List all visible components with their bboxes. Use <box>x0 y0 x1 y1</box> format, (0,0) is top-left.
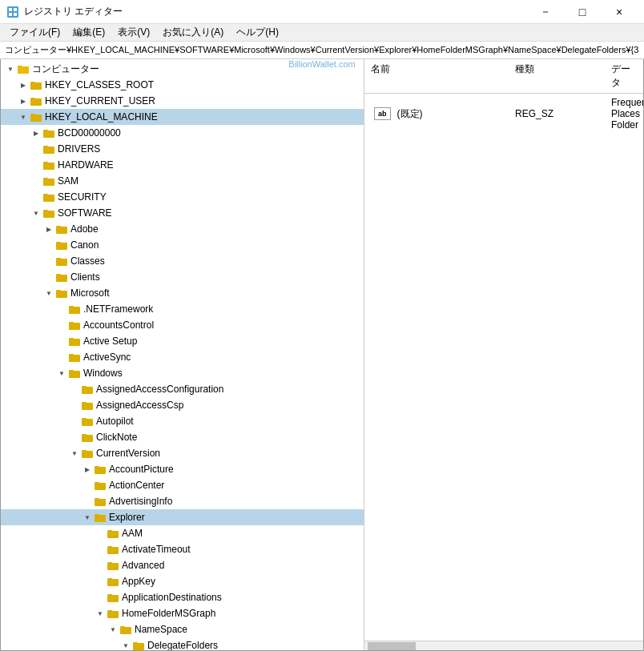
label-activesync: ActiveSync <box>83 352 131 363</box>
expand-hkcu[interactable] <box>17 94 30 107</box>
tree-item-clients[interactable]: Clients <box>1 269 364 285</box>
tree-item-clicknote[interactable]: ClickNote <box>1 429 364 445</box>
svg-rect-13 <box>30 114 35 115</box>
tree-item-hklm[interactable]: HKEY_LOCAL_MACHINE <box>1 109 364 125</box>
tree-item-canon[interactable]: Canon <box>1 237 364 253</box>
tree-item-applicationdestinations[interactable]: ApplicationDestinations <box>1 589 364 605</box>
menu-help[interactable]: ヘルプ(H) <box>230 24 285 41</box>
svg-rect-73 <box>107 594 112 596</box>
tree-item-microsoft[interactable]: Microsoft <box>1 285 364 301</box>
tree-item-netframework[interactable]: .NETFramework <box>1 301 364 317</box>
svg-rect-30 <box>56 259 67 266</box>
svg-rect-34 <box>56 291 67 298</box>
menu-view[interactable]: 表示(V) <box>111 24 156 41</box>
tree-item-hkcu[interactable]: HKEY_CURRENT_USER <box>1 93 364 109</box>
svg-rect-55 <box>82 450 87 452</box>
tree-item-autopilot[interactable]: Autopilot <box>1 413 364 429</box>
svg-rect-77 <box>120 626 125 628</box>
svg-rect-24 <box>43 211 54 218</box>
window-title: レジストリ エディター <box>24 5 527 18</box>
label-netframework: .NETFramework <box>83 303 153 315</box>
expand-microsoft[interactable] <box>42 287 55 299</box>
app-icon <box>6 6 19 18</box>
label-aacsp: AssignedAccessCsp <box>96 400 183 411</box>
svg-rect-68 <box>107 563 119 570</box>
svg-rect-52 <box>82 435 93 442</box>
expand-adobe[interactable] <box>42 223 55 235</box>
label-aam: AAM <box>122 528 143 539</box>
tree-item-activesync[interactable]: ActiveSync <box>1 349 364 365</box>
folder-icon-clicknote <box>81 432 94 443</box>
svg-rect-64 <box>107 531 119 538</box>
expand-explorer[interactable] <box>81 511 94 524</box>
registry-row-default[interactable]: ab (既定) REG_SZ Frequent Places Folder <box>364 94 643 134</box>
tree-item-namespace[interactable]: NameSpace <box>1 621 364 637</box>
tree-item-computer[interactable]: コンピューター <box>1 61 364 77</box>
reg-ab-icon: ab <box>374 107 391 120</box>
expand-hkcr[interactable] <box>17 78 30 91</box>
tree-item-appkey[interactable]: AppKey <box>1 573 364 589</box>
expand-hklm[interactable] <box>17 111 30 123</box>
expand-software[interactable] <box>30 207 42 219</box>
tree-item-actioncenter[interactable]: ActionCenter <box>1 477 364 493</box>
expand-accountpicture[interactable] <box>81 463 94 476</box>
svg-rect-15 <box>43 130 48 131</box>
label-namespace: NameSpace <box>135 624 187 635</box>
tree-item-bcd[interactable]: BCD00000000 <box>1 125 364 141</box>
tree-item-accountpicture[interactable]: AccountPicture <box>1 461 364 477</box>
tree-item-drivers[interactable]: DRIVERS <box>1 141 364 157</box>
expand-currentversion[interactable] <box>68 447 81 460</box>
tree-panel[interactable]: コンピューター HKEY_CLASSES_ROOT HKEY_CURRENT_U… <box>1 59 364 650</box>
address-bar: コンピューター¥HKEY_LOCAL_MACHINE¥SOFTWARE¥Micr… <box>0 42 644 59</box>
tree-item-hkcr[interactable]: HKEY_CLASSES_ROOT <box>1 77 364 93</box>
tree-item-accountscontrol[interactable]: AccountsControl <box>1 317 364 333</box>
svg-rect-76 <box>120 627 131 634</box>
close-button[interactable]: × <box>601 0 638 24</box>
tree-item-advertisinginfo[interactable]: AdvertisingInfo <box>1 493 364 509</box>
tree-item-activesetup[interactable]: Active Setup <box>1 333 364 349</box>
tree-item-adobe[interactable]: Adobe <box>1 221 364 237</box>
scrollbar-thumb[interactable] <box>368 642 416 650</box>
svg-rect-62 <box>95 515 106 522</box>
expand-windows[interactable] <box>55 367 68 380</box>
svg-rect-23 <box>43 194 48 195</box>
tree-item-homefoldermsrgraph[interactable]: HomeFolderMSGraph <box>1 605 364 621</box>
label-explorer: Explorer <box>109 512 145 523</box>
svg-rect-79 <box>133 642 138 644</box>
folder-icon-advertisinginfo <box>94 496 107 507</box>
tree-item-software[interactable]: SOFTWARE <box>1 205 364 221</box>
svg-rect-31 <box>56 258 61 259</box>
tree-item-hardware[interactable]: HARDWARE <box>1 157 364 173</box>
minimize-button[interactable]: － <box>527 0 564 24</box>
svg-rect-41 <box>69 338 74 340</box>
menu-edit[interactable]: 編集(E) <box>66 24 111 41</box>
tree-item-activatetimeout[interactable]: ActivateTimeout <box>1 541 364 557</box>
expand-namespace[interactable] <box>107 623 119 636</box>
folder-icon-hkcr <box>30 79 42 90</box>
expand-homefoldermsrgraph[interactable] <box>94 607 107 620</box>
tree-item-assignedaccesscsp[interactable]: AssignedAccessCsp <box>1 397 364 413</box>
tree-item-windows[interactable]: Windows <box>1 365 364 381</box>
svg-rect-40 <box>69 339 80 346</box>
svg-rect-11 <box>30 98 35 99</box>
tree-item-aam[interactable]: AAM <box>1 525 364 541</box>
tree-item-currentversion[interactable]: CurrentVersion <box>1 445 364 461</box>
folder-icon-classes <box>55 255 68 267</box>
horizontal-scrollbar[interactable] <box>364 641 643 650</box>
label-currentversion: CurrentVersion <box>96 448 160 459</box>
tree-item-classes[interactable]: Classes <box>1 253 364 269</box>
tree-item-security[interactable]: SECURITY <box>1 189 364 205</box>
menu-file[interactable]: ファイル(F) <box>3 24 66 41</box>
tree-item-delegatefolders[interactable]: DelegateFolders <box>1 637 364 650</box>
tree-item-sam[interactable]: SAM <box>1 173 364 189</box>
menu-favorites[interactable]: お気に入り(A) <box>156 24 230 41</box>
folder-icon-autopilot <box>81 416 94 427</box>
tree-item-advanced[interactable]: Advanced <box>1 557 364 573</box>
tree-item-assignedaccessconfiguration[interactable]: AssignedAccessConfiguration <box>1 381 364 397</box>
tree-item-explorer[interactable]: Explorer <box>1 509 364 525</box>
expand-bcd[interactable] <box>30 127 42 139</box>
svg-rect-46 <box>82 387 93 394</box>
maximize-button[interactable]: □ <box>564 0 601 24</box>
expand-delegatefolders[interactable] <box>119 639 132 650</box>
expand-computer[interactable] <box>4 62 17 75</box>
